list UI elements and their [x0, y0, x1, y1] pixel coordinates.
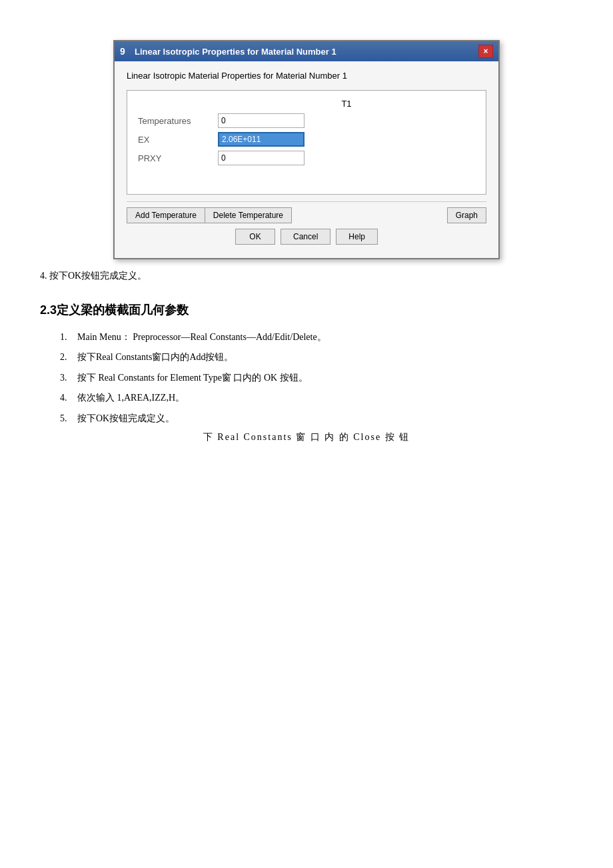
properties-table-container: T1 Temperatures EX	[127, 90, 486, 195]
row-label-ex: EX	[134, 130, 214, 149]
numbered-list: 1. Main Menu： Preprocessor—Real Constant…	[60, 330, 573, 426]
close-icon: ×	[483, 47, 488, 56]
temperatures-input[interactable]	[218, 113, 305, 128]
list-item: 1. Main Menu： Preprocessor—Real Constant…	[60, 330, 573, 345]
list-text-4: 依次输入 1,AREA,IZZ,H。	[77, 391, 573, 405]
row-value-temperatures[interactable]	[214, 111, 479, 130]
prxy-input[interactable]	[218, 151, 305, 165]
step4-text: 4. 按下OK按钮完成定义。	[40, 270, 573, 282]
list-item: 4. 依次输入 1,AREA,IZZ,H。	[60, 391, 573, 405]
properties-table: T1 Temperatures EX	[134, 96, 479, 187]
ok-button[interactable]: OK	[235, 229, 275, 245]
dialog-wrapper: 9 Linear Isotropic Properties for Materi…	[40, 40, 573, 259]
list-number-1: 1.	[60, 330, 77, 345]
list-item: 5. 按下OK按钮完成定义。	[60, 411, 573, 426]
list-text-2: 按下Real Constants窗口内的Add按钮。	[77, 350, 573, 365]
dialog-buttons-row: Add Temperature Delete Temperature Graph	[127, 201, 486, 223]
list-number-3: 3.	[60, 371, 77, 385]
table-row: EX	[134, 130, 479, 149]
add-temperature-button[interactable]: Add Temperature	[127, 207, 205, 223]
row-value-ex[interactable]	[214, 130, 479, 149]
list-number-2: 2.	[60, 350, 77, 365]
list-item: 3. 按下 Real Constants for Element Type窗 口…	[60, 371, 573, 385]
dialog-subtitle: Linear Isotropic Material Properties for…	[127, 71, 486, 81]
dialog-title: Linear Isotropic Properties for Material…	[135, 47, 336, 57]
graph-button[interactable]: Graph	[447, 207, 486, 223]
close-button[interactable]: ×	[478, 45, 493, 58]
table-row: Temperatures	[134, 111, 479, 130]
bottom-buttons: OK Cancel Help	[127, 229, 486, 250]
left-buttons: Add Temperature Delete Temperature	[127, 207, 292, 223]
section-heading: 2.3定义梁的横截面几何参数	[40, 302, 573, 318]
list-text-3: 按下 Real Constants for Element Type窗 口内的 …	[77, 371, 573, 385]
delete-temperature-button[interactable]: Delete Temperature	[205, 207, 292, 223]
list-text-5: 按下OK按钮完成定义。	[77, 411, 573, 426]
ex-input[interactable]	[218, 132, 305, 147]
dialog-body: Linear Isotropic Material Properties for…	[115, 61, 498, 258]
row-label-temperatures: Temperatures	[134, 111, 214, 130]
list-number-5: 5.	[60, 411, 77, 426]
column-header: T1	[214, 96, 479, 111]
row-label-prxy: PRXY	[134, 149, 214, 167]
indent-line: 下 Real Constants 窗 口 内 的 Close 按 钮	[40, 431, 573, 443]
list-number-4: 4.	[60, 391, 77, 405]
table-row: PRXY	[134, 149, 479, 167]
help-button[interactable]: Help	[336, 229, 378, 245]
cancel-button[interactable]: Cancel	[281, 229, 330, 245]
list-text-1: Main Menu： Preprocessor—Real Constants—A…	[77, 330, 573, 345]
dialog: 9 Linear Isotropic Properties for Materi…	[113, 40, 500, 259]
list-item: 2. 按下Real Constants窗口内的Add按钮。	[60, 350, 573, 365]
ansys-icon: 9	[120, 46, 131, 57]
titlebar-left: 9 Linear Isotropic Properties for Materi…	[120, 46, 336, 57]
dialog-titlebar: 9 Linear Isotropic Properties for Materi…	[115, 41, 498, 61]
row-value-prxy[interactable]	[214, 149, 479, 167]
spacer-row	[134, 167, 479, 187]
